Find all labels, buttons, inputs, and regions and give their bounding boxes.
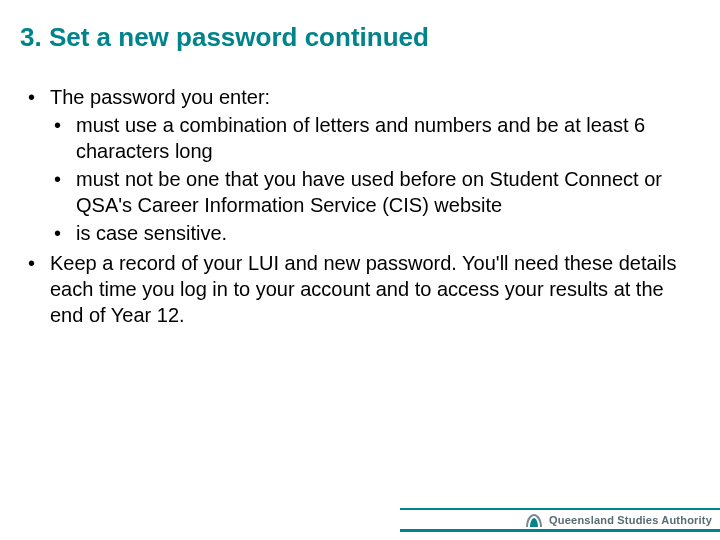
list-item: Keep a record of your LUI and new passwo… [24, 250, 684, 328]
bullet-text: Keep a record of your LUI and new passwo… [50, 252, 676, 326]
bullet-text: must not be one that you have used befor… [76, 168, 662, 216]
bullet-text: must use a combination of letters and nu… [76, 114, 645, 162]
list-item: is case sensitive. [50, 220, 684, 246]
slide: 3. Set a new password continued The pass… [0, 0, 720, 540]
slide-body: The password you enter: must use a combi… [24, 84, 684, 332]
slide-title: 3. Set a new password continued [20, 22, 429, 53]
qsa-logo-icon [525, 512, 543, 528]
list-item: must use a combination of letters and nu… [50, 112, 684, 164]
slide-footer: Queensland Studies Authority [0, 502, 720, 540]
bullet-list: The password you enter: must use a combi… [24, 84, 684, 328]
list-item: must not be one that you have used befor… [50, 166, 684, 218]
footer-divider-top [400, 508, 720, 510]
footer-logo: Queensland Studies Authority [525, 511, 712, 529]
footer-org-name: Queensland Studies Authority [549, 514, 712, 526]
list-item: The password you enter: must use a combi… [24, 84, 684, 246]
footer-divider-bottom [400, 529, 720, 532]
sub-bullet-list: must use a combination of letters and nu… [50, 112, 684, 246]
bullet-text: is case sensitive. [76, 222, 227, 244]
bullet-text: The password you enter: [50, 86, 270, 108]
